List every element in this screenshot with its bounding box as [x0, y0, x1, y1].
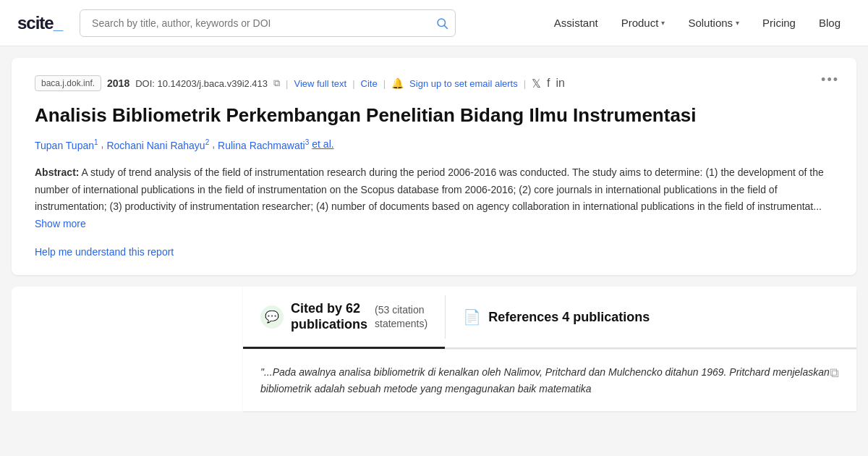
logo: scite_ — [17, 13, 62, 33]
email-alerts-link[interactable]: Sign up to set email alerts — [409, 78, 518, 89]
search-input[interactable] — [80, 9, 456, 37]
linkedin-icon[interactable]: in — [556, 77, 565, 90]
nav-blog[interactable]: Blog — [809, 11, 851, 35]
paper-meta: baca.j.dok.inf. 2018 DOI: 10.14203/j.bac… — [35, 75, 833, 91]
paper-card: ••• baca.j.dok.inf. 2018 DOI: 10.14203/j… — [12, 58, 856, 275]
abstract-text: A study of trend analysis of the field o… — [35, 166, 824, 213]
more-options-button[interactable]: ••• — [821, 72, 839, 88]
search-icon — [435, 17, 448, 30]
tab-references[interactable]: 📄 References 4 publications — [446, 287, 667, 347]
speech-bubble-icon: 💬 — [265, 310, 279, 324]
author-3[interactable]: Rulina Rachmawati3 — [218, 138, 309, 151]
citation-statements-label: (53 citation statements) — [375, 303, 427, 329]
facebook-icon[interactable]: f — [547, 77, 550, 90]
cited-by-main-label: Cited by 62 publications — [291, 301, 367, 332]
show-more-link[interactable]: Show more — [35, 218, 86, 229]
tab-cited-by[interactable]: 💬 Cited by 62 publications (53 citation … — [243, 287, 445, 349]
main-content: ••• baca.j.dok.inf. 2018 DOI: 10.14203/j… — [0, 46, 868, 423]
main-nav: Assistant Product ▾ Solutions ▾ Pricing … — [544, 11, 851, 35]
abstract: Abstract: A study of trend analysis of t… — [35, 164, 833, 233]
paper-title: Analisis Bibliometrik Perkembangan Penel… — [35, 103, 833, 128]
citations-left-spacer — [12, 287, 243, 411]
nav-product[interactable]: Product ▾ — [611, 11, 676, 35]
author-1[interactable]: Tupan Tupan1 — [35, 138, 98, 151]
citations-section: 💬 Cited by 62 publications (53 citation … — [12, 287, 856, 411]
nav-pricing[interactable]: Pricing — [752, 11, 806, 35]
quote-text: "...Pada awalnya analisa bibliometrik di… — [260, 364, 839, 397]
journal-badge: baca.j.dok.inf. — [35, 75, 101, 91]
nav-solutions[interactable]: Solutions ▾ — [678, 11, 749, 35]
solutions-chevron-icon: ▾ — [736, 19, 739, 27]
author-2[interactable]: Rochani Nani Rahayu2 — [106, 138, 209, 151]
header: scite_ Assistant Product ▾ Solutions ▾ P… — [0, 0, 868, 46]
et-al-link[interactable]: et al. — [312, 138, 333, 151]
abstract-label: Abstract: — [35, 166, 79, 178]
cited-by-bubble-icon: 💬 — [260, 305, 284, 329]
view-full-text-link[interactable]: View full text — [294, 78, 346, 89]
references-label: References 4 publications — [488, 310, 650, 325]
search-bar — [80, 9, 456, 37]
product-chevron-icon: ▾ — [661, 19, 665, 27]
references-icon: 📄 — [463, 308, 481, 326]
twitter-icon[interactable]: 𝕏 — [532, 77, 541, 90]
search-button[interactable] — [435, 17, 448, 30]
copy-doi-icon[interactable]: ⧉ — [273, 77, 280, 89]
year: 2018 — [107, 77, 129, 89]
svg-line-1 — [444, 25, 447, 28]
help-link[interactable]: Help me understand this report — [35, 246, 174, 258]
cited-by-labels: Cited by 62 publications — [291, 301, 367, 332]
copy-quote-icon[interactable]: ⧉ — [830, 366, 839, 381]
citations-main: 💬 Cited by 62 publications (53 citation … — [243, 287, 856, 411]
authors: Tupan Tupan1 , Rochani Nani Rahayu2 , Ru… — [35, 138, 833, 151]
social-icons: 𝕏 f in — [532, 77, 565, 90]
citations-tabs: 💬 Cited by 62 publications (53 citation … — [243, 287, 856, 349]
bell-icon: 🔔 — [391, 77, 404, 89]
doi-text: DOI: 10.14203/j.baca.v39i2.413 — [135, 78, 268, 89]
nav-assistant[interactable]: Assistant — [544, 11, 608, 35]
quote-section: ⧉ "...Pada awalnya analisa bibliometrik … — [243, 349, 856, 411]
cite-link[interactable]: Cite — [361, 78, 378, 89]
